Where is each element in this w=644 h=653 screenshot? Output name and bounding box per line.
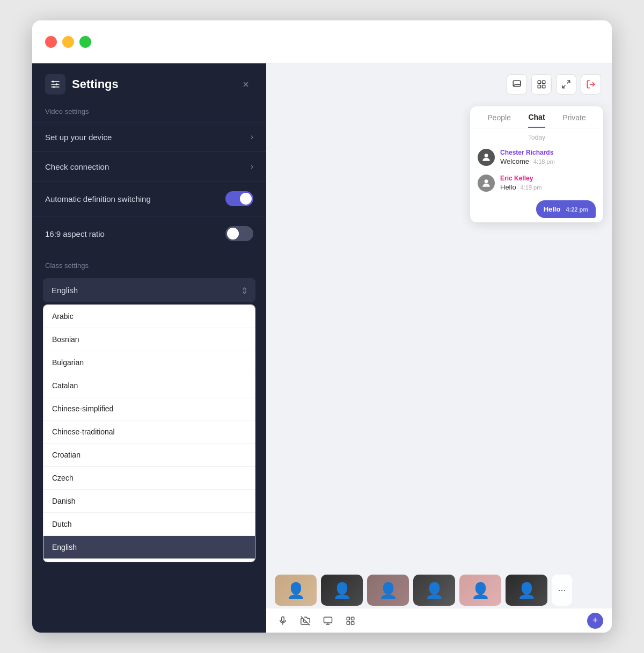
chevron-right-icon-2: › [251, 162, 253, 171]
video-settings-label: Video settings [32, 103, 266, 122]
language-select-container[interactable]: English ⇕ [43, 278, 255, 302]
svg-point-14 [485, 154, 488, 157]
own-bubble: Hello 4:22 pm [536, 200, 596, 218]
chat-date: Today [470, 128, 603, 144]
lang-item-danish[interactable]: Danish [43, 490, 255, 513]
close-button[interactable]: × [238, 76, 253, 93]
svg-rect-25 [352, 621, 354, 624]
auto-definition-label: Automatic definition switching [45, 194, 151, 204]
participant-thumb-6[interactable]: 👤 [506, 575, 547, 606]
svg-rect-10 [543, 85, 545, 88]
right-panel: People Chat Private Today Cheste [266, 63, 612, 633]
toolbar-exit-button[interactable] [581, 74, 601, 95]
layout-button[interactable] [342, 613, 358, 629]
lang-item-catalan[interactable]: Catalan [43, 374, 255, 397]
bottom-controls: + [266, 608, 612, 633]
participant-thumb-5[interactable]: 👤 [459, 575, 501, 606]
lang-item-english[interactable]: English [43, 536, 255, 559]
window-controls [45, 36, 91, 48]
auto-definition-item[interactable]: Automatic definition switching [32, 181, 266, 216]
aspect-ratio-label: 16:9 aspect ratio [45, 229, 105, 238]
screen-share-button[interactable] [320, 613, 336, 629]
aspect-ratio-toggle[interactable] [225, 226, 253, 241]
message-text-chester: Welcome [500, 157, 529, 165]
settings-title-row: Settings [45, 74, 119, 95]
minimize-dot[interactable] [62, 36, 74, 48]
participant-thumb-3[interactable]: 👤 [367, 575, 409, 606]
svg-rect-24 [347, 621, 349, 624]
lang-item-dutch[interactable]: Dutch [43, 513, 255, 536]
settings-header: Settings × [32, 63, 266, 103]
right-toolbar [507, 74, 601, 95]
app-window: Settings × Video settings Set up your de… [32, 20, 612, 633]
message-content-chester: Chester Richards Welcome 4:18 pm [500, 149, 596, 165]
check-connection-right: › [251, 162, 253, 171]
class-settings-label: Class settings [32, 257, 266, 276]
message-row-eric: Hello 4:19 pm [500, 183, 596, 191]
lang-item-estonian[interactable]: Estonian [43, 559, 255, 562]
close-dot[interactable] [45, 36, 57, 48]
person-silhouette-1: 👤 [275, 575, 317, 606]
toggle-knob [240, 193, 252, 205]
video-area: People Chat Private Today Cheste [266, 63, 612, 633]
lang-item-chinese-traditional[interactable]: Chinese-traditional [43, 420, 255, 444]
participant-thumb-4[interactable]: 👤 [413, 575, 455, 606]
camera-button[interactable] [297, 613, 313, 629]
chat-panel: People Chat Private Today Cheste [470, 106, 603, 222]
tab-chat[interactable]: Chat [528, 113, 545, 128]
svg-rect-23 [352, 617, 354, 620]
svg-point-5 [53, 86, 55, 88]
svg-point-4 [56, 83, 57, 85]
setup-device-label: Set up your device [45, 133, 112, 142]
toolbar-grid-button[interactable] [531, 74, 552, 95]
message-chester: Chester Richards Welcome 4:18 pm [470, 144, 603, 170]
toolbar-fullscreen-button[interactable] [556, 74, 576, 95]
toolbar-chat-button[interactable] [507, 74, 527, 95]
person-silhouette-5: 👤 [459, 575, 501, 606]
person-silhouette-4: 👤 [413, 575, 455, 606]
microphone-button[interactable] [275, 613, 291, 629]
auto-definition-toggle[interactable] [225, 191, 253, 206]
tab-private[interactable]: Private [562, 113, 586, 127]
svg-rect-9 [538, 85, 540, 88]
svg-rect-19 [324, 617, 332, 623]
message-time-eric: 4:19 pm [521, 184, 542, 191]
lang-item-chinese-simplified[interactable]: Chinese-simplified [43, 397, 255, 420]
message-text-eric: Hello [500, 183, 516, 191]
aspect-ratio-item[interactable]: 16:9 aspect ratio [32, 216, 266, 251]
svg-line-12 [562, 85, 565, 88]
person-silhouette-3: 👤 [367, 575, 409, 606]
more-participants-button[interactable]: ··· [552, 575, 572, 606]
toggle-knob-2 [227, 228, 239, 240]
check-connection-item[interactable]: Check connection › [32, 151, 266, 181]
lang-item-czech[interactable]: Czech [43, 467, 255, 490]
lang-item-croatian[interactable]: Croatian [43, 444, 255, 467]
svg-point-15 [485, 179, 488, 183]
message-own: Hello 4:22 pm [470, 196, 603, 222]
participant-thumb-1[interactable]: 👤 [275, 575, 317, 606]
svg-rect-16 [282, 616, 284, 621]
chat-tabs: People Chat Private [470, 106, 603, 128]
settings-title: Settings [72, 77, 119, 91]
lang-item-bosnian[interactable]: Bosnian [43, 328, 255, 351]
language-select[interactable]: English [43, 278, 255, 302]
setup-device-right: › [251, 132, 253, 142]
svg-line-18 [301, 616, 310, 625]
person-silhouette-2: 👤 [321, 575, 363, 606]
language-dropdown-list: Arabic Bosnian Bulgarian Catalan Chinese… [43, 304, 255, 562]
avatar-eric [478, 175, 495, 192]
lang-item-arabic[interactable]: Arabic [43, 305, 255, 328]
maximize-dot[interactable] [79, 36, 91, 48]
tab-people[interactable]: People [487, 113, 511, 127]
participant-thumb-2[interactable]: 👤 [321, 575, 363, 606]
setup-device-item[interactable]: Set up your device › [32, 122, 266, 151]
message-row-chester: Welcome 4:18 pm [500, 157, 596, 165]
add-button[interactable]: + [587, 613, 603, 629]
message-content-eric: Eric Kelley Hello 4:19 pm [500, 175, 596, 191]
settings-icon [45, 74, 65, 95]
own-message-text: Hello [544, 205, 561, 213]
svg-point-3 [52, 81, 54, 82]
lang-item-bulgarian[interactable]: Bulgarian [43, 351, 255, 374]
participant-strip: 👤 👤 👤 👤 👤 👤 [275, 575, 572, 606]
settings-panel: Settings × Video settings Set up your de… [32, 63, 266, 633]
